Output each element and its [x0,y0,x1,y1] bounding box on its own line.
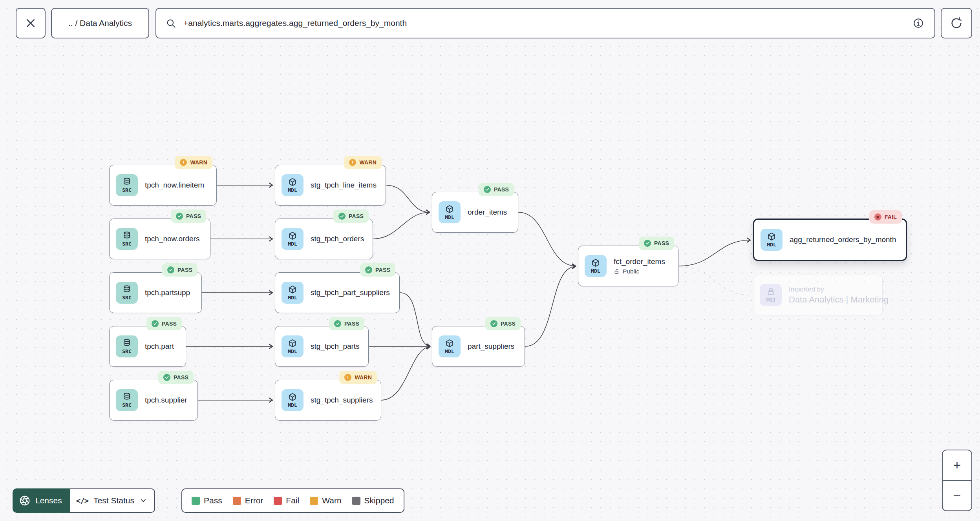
legend-label: Warn [322,496,341,505]
node-label: tpch_now.orders [145,235,199,243]
legend-label: Fail [286,496,299,505]
node-stg_tpch_parts[interactable]: PASS MDL stg_tpch_parts [275,326,369,367]
model-type-chip: MDL [761,229,783,251]
status-badge: PASS [171,209,206,223]
status-badge: WARN [339,371,377,384]
node-tpch_now-lineitem[interactable]: WARN SRC tpch_now.lineitem [109,165,217,206]
cube-icon [288,177,297,187]
check-icon [484,186,491,193]
node-imported-by-project[interactable]: PRJ Imported by Data Analytics | Marketi… [753,275,883,315]
warn-swatch [310,497,318,505]
status-badge: PASS [485,317,521,330]
node-stg_tpch_part_suppliers[interactable]: PASS MDL stg_tpch_part_suppliers [275,272,400,313]
imported-by-label: Imported by [789,286,889,293]
project-icon [766,287,775,297]
check-icon [163,374,170,381]
model-type-chip: MDL [585,255,607,277]
status-badge: PASS [360,263,395,277]
node-label: agg_returned_orders_by_month [790,235,896,244]
status-label: PASS [177,267,192,273]
zoom-out-button[interactable]: − [943,481,971,511]
project-type-chip: PRJ [760,284,782,306]
node-label: stg_tpch_parts [311,342,360,351]
node-label: stg_tpch_line_items [311,181,377,189]
lenses-button[interactable]: Lenses [13,488,70,513]
status-label: PASS [654,240,669,246]
source-type-chip: SRC [116,389,138,411]
warn-icon [344,374,351,381]
status-label: WARN [355,374,372,381]
model-type-chip: MDL [282,282,304,304]
database-icon [122,177,132,187]
status-label: PASS [174,374,188,381]
node-tpch_now-orders[interactable]: PASS SRC tpch_now.orders [109,219,210,259]
status-label: WARN [190,159,207,166]
legend-item-skipped: Skipped [352,496,394,505]
node-label: stg_tpch_orders [311,235,364,243]
cube-icon [288,231,297,240]
node-stg_tpch_line_items[interactable]: WARN MDL stg_tpch_line_items [275,165,386,206]
node-part_suppliers[interactable]: PASS MDL part_suppliers [432,326,525,367]
database-icon [122,231,132,240]
node-tpch-part[interactable]: PASS SRC tpch.part [109,326,186,367]
node-stg_tpch_suppliers[interactable]: WARN MDL stg_tpch_suppliers [275,380,381,421]
check-icon [167,266,174,273]
status-badge: PASS [329,317,364,330]
lenses-label: Lenses [35,496,62,505]
access-row: Public [614,268,665,275]
legend-label: Skipped [364,496,394,505]
status-badge: FAIL [869,210,902,224]
status-badge: PASS [146,317,182,330]
cube-icon [767,232,776,241]
status-label: PASS [349,213,364,219]
cube-icon [288,339,297,348]
node-label: part_suppliers [468,342,514,351]
status-label: PASS [162,321,177,327]
status-label: FAIL [885,214,897,220]
status-badge: PASS [479,183,514,196]
node-order_items[interactable]: PASS MDL order_items [432,192,518,233]
unlock-icon [614,268,620,275]
warn-icon [349,159,356,166]
source-type-chip: SRC [116,174,138,196]
status-label: PASS [375,267,390,273]
database-icon [122,285,132,294]
node-label: stg_tpch_part_suppliers [311,288,390,297]
status-label: WARN [359,159,377,166]
check-icon [365,266,372,273]
warn-icon [180,159,187,166]
node-agg_returned_orders_by_month[interactable]: FAIL MDL agg_returned_orders_by_month [753,219,907,261]
test-status-legend: Pass Error Fail Warn Skipped [181,488,404,513]
database-icon [122,392,132,402]
node-fct_order_items[interactable]: PASS MDL fct_order_items Public [578,246,678,286]
aperture-icon [19,495,31,506]
zoom-in-button[interactable]: + [943,450,971,481]
status-label: PASS [344,321,359,327]
legend-label: Error [245,496,263,505]
source-type-chip: SRC [116,335,138,357]
lens-selector[interactable]: </> Test Status [70,488,155,513]
node-tpch-supplier[interactable]: PASS SRC tpch.supplier [109,380,198,421]
check-icon [644,240,651,247]
check-icon [176,213,183,220]
database-icon [122,339,132,348]
active-lens-label: Test Status [93,496,134,505]
status-badge: PASS [162,263,197,277]
node-tpch-partsupp[interactable]: PASS SRC tpch.partsupp [109,272,202,313]
legend-item-fail: Fail [274,496,299,505]
status-badge: PASS [639,237,674,250]
model-type-chip: MDL [439,201,461,223]
model-type-chip: MDL [282,174,304,196]
model-type-chip: MDL [439,335,461,357]
node-stg_tpch_orders[interactable]: PASS MDL stg_tpch_orders [275,219,373,259]
node-label: tpch.part [145,342,174,351]
code-icon: </> [76,496,88,505]
node-label: tpch.supplier [145,396,187,404]
error-swatch [233,497,241,505]
model-type-chip: MDL [282,335,304,357]
cube-icon [445,204,454,214]
check-icon [152,320,159,327]
node-label: tpch_now.lineitem [145,181,204,189]
node-label: order_items [468,208,507,217]
lens-control: Lenses </> Test Status [13,488,155,513]
